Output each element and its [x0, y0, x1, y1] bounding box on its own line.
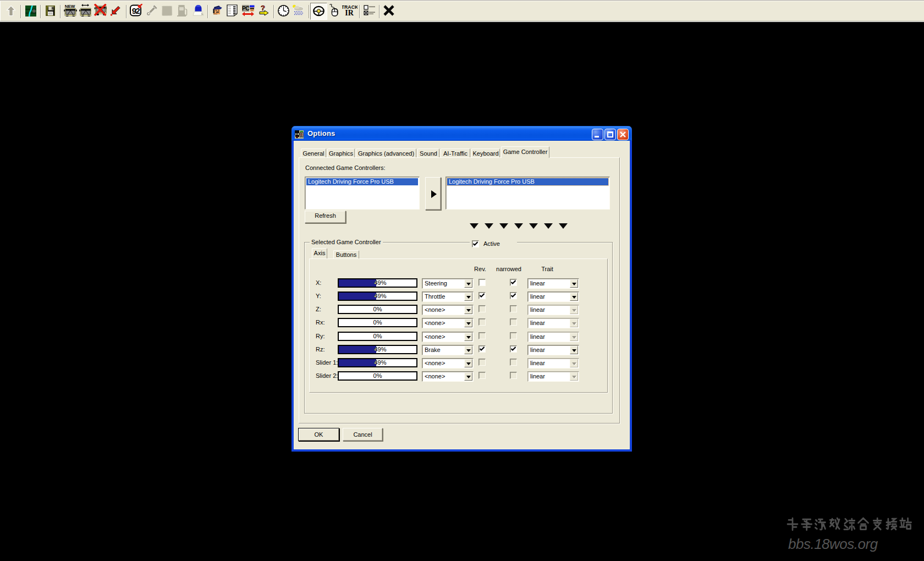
- svg-text:IR: IR: [345, 9, 354, 16]
- svg-text:NEW: NEW: [65, 4, 75, 9]
- svg-text:PC: PC: [242, 6, 249, 12]
